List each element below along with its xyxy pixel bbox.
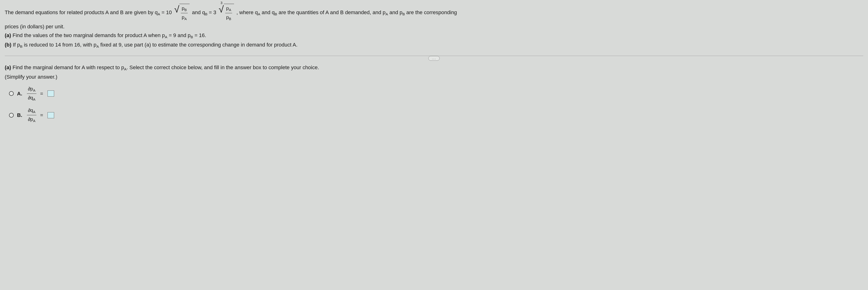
fraction-pb-pa: pB pA [181, 4, 188, 22]
question-a: (a) Find the marginal demand for A with … [5, 64, 863, 72]
answer-input-b[interactable] [48, 112, 54, 118]
equals-b: = [40, 111, 43, 119]
sqrt-2: 3 √ pA pB [219, 4, 234, 22]
problem-statement: The demand equations for related product… [5, 4, 863, 49]
choice-b-label: B. [17, 111, 23, 119]
equals-10: = 10 [160, 9, 172, 15]
part-a-label: (a) [5, 32, 11, 38]
expand-button[interactable]: ... [428, 56, 440, 61]
intro-text: The demand equations for related product… [5, 9, 158, 15]
prices-line: prices (in dollars) per unit. [5, 23, 863, 30]
answer-choices: A. ∂pA ∂qA = B. ∂qA ∂pA = [5, 85, 863, 124]
choice-a-row: A. ∂pA ∂qA = [9, 85, 863, 102]
and-qb: and q [192, 9, 205, 15]
radio-a[interactable] [9, 91, 14, 96]
fraction-choice-a: ∂pA ∂qA [27, 85, 36, 102]
simplify-note: (Simplify your answer.) [5, 73, 863, 81]
choice-a-label: A. [17, 90, 23, 98]
radio-b[interactable] [9, 113, 14, 118]
where-text: , where q [237, 9, 258, 15]
fraction-choice-b: ∂qA ∂pA [27, 106, 36, 124]
sqrt-1: √ pB pA [174, 4, 190, 22]
answer-input-a[interactable] [48, 91, 54, 97]
equals-3: = 3 [208, 9, 216, 15]
equals-a: = [40, 90, 43, 98]
part-b-label: (b) [5, 42, 11, 48]
subscript-a: A [158, 12, 160, 16]
choice-b-row: B. ∂qA ∂pA = [9, 106, 863, 124]
fraction-pa-pb: pA pB [225, 4, 232, 22]
